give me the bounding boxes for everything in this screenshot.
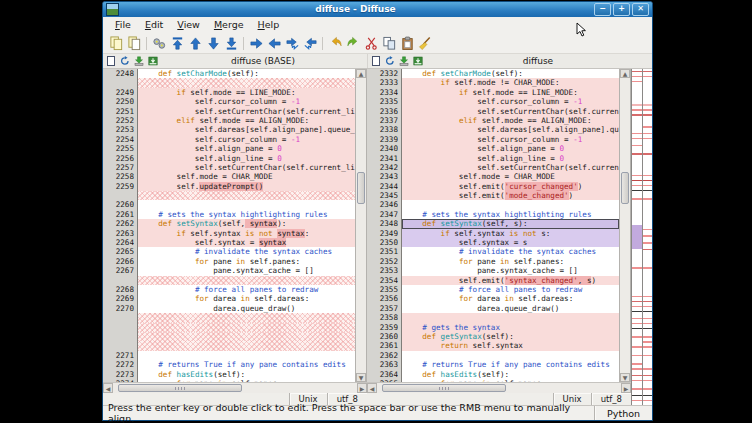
code-line[interactable]: self.align_line = 0 (138, 154, 355, 163)
code-line[interactable]: pane.syntax_cache = [] (402, 266, 619, 275)
maximize-button[interactable]: + (613, 3, 630, 16)
code-line[interactable]: # invalidate the syntax caches (402, 247, 619, 256)
code-line[interactable]: # sets the syntax hightlighting rules (402, 210, 619, 219)
menu-edit[interactable]: Edit (138, 18, 170, 32)
cut-button[interactable] (362, 35, 380, 52)
close-button[interactable]: ✕ (632, 3, 649, 16)
code-line[interactable]: self.mode = CHAR_MODE (138, 172, 355, 181)
code-line[interactable]: self.cursor_column = -1 (138, 135, 355, 144)
code-line[interactable]: # gets the syntax (402, 323, 619, 332)
left-hscroll-thumb[interactable] (118, 384, 242, 392)
paste-button[interactable] (398, 35, 416, 52)
code-line[interactable]: self.cursor_column = -1 (402, 135, 619, 144)
code-line[interactable]: self.cursor_column = -1 (402, 97, 619, 106)
code-line[interactable]: self.setCurrentChar(self.current_li (138, 107, 355, 116)
reload-icon[interactable] (384, 55, 396, 67)
code-line[interactable]: elif self.mode == ALIGN_MODE: (402, 116, 619, 125)
code-line[interactable]: self.emit('cursor_changed') (402, 182, 619, 191)
left-horizontal-scrollbar[interactable]: ◀ ▶ (103, 382, 367, 393)
code-line[interactable]: self.syntax = syntax (138, 238, 355, 247)
code-line[interactable]: for darea in self.dareas: (402, 294, 619, 303)
last-difference-button[interactable] (222, 35, 240, 52)
code-line[interactable]: # invalidate the syntax caches (138, 247, 355, 256)
right-code-view[interactable]: def setCharMode(self): if self.mode != C… (402, 69, 619, 382)
code-line[interactable]: def setCharMode(self): (402, 69, 619, 78)
code-line[interactable]: if self.mode == LINE_MODE: (138, 88, 355, 97)
menu-help[interactable]: Help (251, 18, 287, 32)
next-difference-button[interactable] (204, 35, 222, 52)
code-line[interactable] (138, 351, 355, 360)
scroll-left-icon[interactable]: ◀ (103, 383, 113, 393)
code-line[interactable]: if self.mode != CHAR_MODE: (402, 78, 619, 87)
overview-map-left-column[interactable] (631, 69, 642, 405)
minimize-button[interactable]: − (594, 3, 611, 16)
code-line[interactable]: def setSyntax(self, syntax): (138, 219, 355, 228)
redo-button[interactable] (344, 35, 362, 52)
overview-map[interactable] (631, 69, 652, 405)
code-line[interactable]: # returns True if any pane contains edit… (138, 360, 355, 369)
code-line[interactable]: self.align_pane = 0 (138, 144, 355, 153)
scroll-up-icon[interactable]: ▲ (620, 69, 630, 78)
merge-from-left-then-right-button[interactable] (283, 35, 301, 52)
code-line[interactable]: if self.syntax is not syntax: (138, 229, 355, 238)
copy-selection-right-button[interactable] (247, 35, 265, 52)
first-difference-button[interactable] (168, 35, 186, 52)
code-line[interactable]: for pane in self.panes: (402, 257, 619, 266)
code-line[interactable]: self.setCurrentChar(self.current_li (138, 163, 355, 172)
realign-all-button[interactable] (107, 35, 125, 52)
title-bar[interactable]: diffuse - Diffuse − + ✕ (103, 2, 652, 17)
code-line[interactable]: for darea in self.dareas: (138, 294, 355, 303)
overview-map-right-column[interactable] (642, 69, 653, 405)
right-hscroll-thumb[interactable] (382, 384, 506, 392)
undo-button[interactable] (326, 35, 344, 52)
left-code-view[interactable]: def setCharMode(self): if self.mode == L… (138, 69, 355, 382)
code-line[interactable] (402, 200, 619, 209)
code-line[interactable]: self.updatePrompt() (138, 182, 355, 191)
code-line[interactable]: if self.mode == LINE_MODE: (402, 88, 619, 97)
code-line[interactable]: pane.syntax_cache = [] (138, 266, 355, 275)
code-line[interactable]: self.align_line = 0 (402, 154, 619, 163)
code-line[interactable]: # force all panes to redraw (402, 285, 619, 294)
code-line[interactable]: if self.syntax is not s: (402, 229, 619, 238)
code-line[interactable]: def hasEdits(self): (402, 370, 619, 379)
menu-view[interactable]: View (170, 18, 207, 32)
code-line[interactable] (138, 200, 355, 209)
code-line[interactable]: darea.queue_draw() (138, 304, 355, 313)
code-line[interactable]: self.setCurrentChar(self.curren (402, 163, 619, 172)
code-line[interactable]: def setCharMode(self): (138, 69, 355, 78)
code-line[interactable]: darea.queue_draw() (402, 304, 619, 313)
code-line[interactable]: def getSyntax(self): (402, 332, 619, 341)
scroll-left-icon[interactable]: ◀ (367, 383, 377, 393)
scroll-right-icon[interactable]: ▶ (357, 383, 367, 393)
code-line[interactable]: self.emit('mode_changed') (402, 191, 619, 200)
code-line[interactable]: self.align_pane = 0 (402, 144, 619, 153)
menu-file[interactable]: File (108, 18, 138, 32)
code-line[interactable] (402, 351, 619, 360)
code-line[interactable]: # returns True if any pane contains edit… (402, 360, 619, 369)
right-horizontal-scrollbar[interactable]: ◀ ▶ (367, 382, 631, 393)
new-icon[interactable] (370, 55, 382, 67)
right-vscroll-thumb[interactable] (621, 172, 629, 204)
previous-difference-button[interactable] (186, 35, 204, 52)
code-line[interactable]: # sets the syntax hightlighting rules (138, 210, 355, 219)
scroll-down-icon[interactable]: ▼ (620, 373, 630, 382)
code-line[interactable]: self.cursor_column = -1 (138, 97, 355, 106)
code-line[interactable]: self.mode = CHAR_MODE (402, 172, 619, 181)
merge-from-right-then-left-button[interactable] (301, 35, 319, 52)
copy-selection-left-button[interactable] (265, 35, 283, 52)
code-line[interactable]: self.dareas[self.align_pane].queue_ (138, 125, 355, 134)
reload-icon[interactable] (119, 55, 131, 67)
isolate-button[interactable] (125, 35, 143, 52)
code-line[interactable]: def setSyntax(self, s): (402, 219, 619, 228)
code-line[interactable]: self.syntax = s (402, 238, 619, 247)
menu-merge[interactable]: Merge (207, 18, 251, 32)
copy-button[interactable] (380, 35, 398, 52)
code-line[interactable]: for pane in self.panes: (138, 257, 355, 266)
scroll-down-icon[interactable]: ▼ (356, 373, 366, 382)
save-as-icon[interactable] (412, 55, 424, 67)
code-line[interactable]: elif self.mode == ALIGN_MODE: (138, 116, 355, 125)
code-line[interactable]: self.emit('syntax_changed', s) (402, 276, 619, 285)
right-vertical-scrollbar[interactable]: ▲ ▼ (619, 69, 631, 382)
code-line[interactable]: self.setCurrentChar(self.curren (402, 107, 619, 116)
save-icon[interactable] (398, 55, 410, 67)
